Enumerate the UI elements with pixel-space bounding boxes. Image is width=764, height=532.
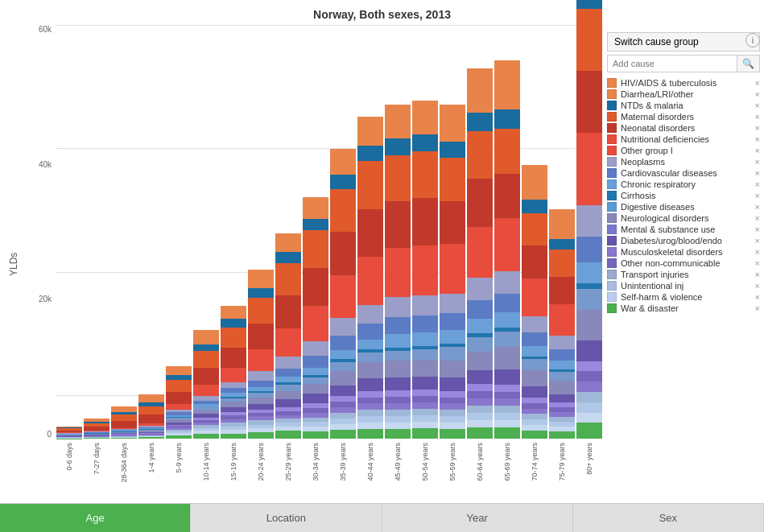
x-label-text: 5-9 years [175, 443, 183, 473]
legend-remove-button[interactable]: × [755, 112, 760, 122]
bar-segment [275, 342, 301, 357]
info-icon[interactable]: i [745, 33, 760, 47]
bar-group [221, 306, 246, 439]
search-icon: 🔍 [742, 58, 754, 69]
bar-segment [549, 336, 575, 349]
bar-segment [303, 431, 328, 439]
legend-item: Chronic respiratory × [607, 179, 760, 190]
bar-segment [248, 361, 274, 371]
legend-remove-button[interactable]: × [755, 89, 760, 99]
legend-remove-button[interactable]: × [755, 191, 760, 200]
bar-segment [385, 105, 411, 122]
bar-segment [494, 332, 520, 347]
bar-segment [467, 68, 493, 94]
bar-segment [576, 361, 602, 372]
bar-segment [494, 91, 520, 110]
x-label-text: 1-4 years [147, 443, 155, 473]
add-cause-input[interactable] [608, 56, 737, 72]
bar-segment [440, 244, 465, 270]
legend-color [607, 89, 617, 99]
tab-sex[interactable]: Sex [573, 504, 764, 532]
bar-segment [412, 390, 438, 396]
bar-segment [467, 227, 493, 253]
bar-segment [412, 315, 438, 332]
legend-color [607, 112, 617, 122]
bar-segment [275, 385, 301, 391]
legend-label: Cardiovascular diseases [621, 168, 753, 178]
bar-segment [412, 151, 438, 199]
legend-label: Other group I [621, 146, 753, 155]
bar-segment [494, 385, 520, 392]
bar-segment [522, 386, 547, 398]
bar-segment [522, 200, 547, 213]
legend-remove-button[interactable]: × [755, 247, 760, 257]
bar-segment [549, 372, 575, 381]
legend-remove-button[interactable]: × [755, 236, 760, 245]
legend-label: NTDs & malaria [621, 101, 753, 110]
x-label: 5-9 years [165, 439, 192, 503]
legend-label: Neoplasms [621, 157, 753, 167]
bar-segment [440, 429, 465, 439]
legend-remove-button[interactable]: × [755, 101, 760, 110]
bar-segment [303, 384, 328, 394]
bar-group [467, 68, 493, 439]
legend-remove-button[interactable]: × [755, 157, 760, 167]
bar-segment [467, 420, 493, 427]
bar-segment [193, 385, 219, 390]
tab-age[interactable]: Age [0, 504, 191, 532]
legend-label: Diarrhea/LRI/other [621, 89, 753, 99]
bar-segment [385, 334, 411, 348]
x-label-text: 7-27 days [93, 443, 101, 475]
bar-segment [412, 245, 438, 273]
legend-remove-button[interactable]: × [755, 146, 760, 155]
bar-group [303, 197, 328, 439]
bar-segment [467, 300, 493, 319]
legend-remove-button[interactable]: × [755, 78, 760, 88]
bar-segment [494, 392, 520, 399]
legend-color [607, 213, 617, 223]
legend-remove-button[interactable]: × [755, 213, 760, 223]
bar-segment [549, 228, 575, 239]
bar-segment [330, 362, 356, 371]
legend-remove-button[interactable]: × [755, 123, 760, 133]
legend-remove-button[interactable]: × [755, 281, 760, 291]
x-label: 20-24 years [247, 439, 275, 503]
add-cause-row: 🔍 [607, 55, 760, 72]
bar-segment [412, 396, 438, 402]
legend-remove-button[interactable]: × [755, 134, 760, 144]
bar-segment [467, 413, 493, 420]
bar-segment [440, 105, 465, 125]
bar-segment [494, 312, 520, 328]
bar-segment [576, 133, 602, 169]
legend-item: Other non-communicable × [607, 258, 760, 269]
bar-segment [412, 422, 438, 428]
bar-segment [357, 305, 383, 324]
legend-remove-button[interactable]: × [755, 168, 760, 178]
x-label-text: 28-364 days [120, 443, 128, 483]
legend-remove-button[interactable]: × [755, 225, 760, 234]
bar-segment [494, 129, 520, 174]
legend-remove-button[interactable]: × [755, 179, 760, 189]
tab-location[interactable]: Location [191, 504, 382, 532]
legend-remove-button[interactable]: × [755, 292, 760, 302]
bar-group [248, 270, 274, 439]
bar-segment [440, 330, 465, 344]
tab-year[interactable]: Year [382, 504, 573, 532]
switch-cause-group-button[interactable]: Switch cause group ▾ [607, 32, 760, 52]
bar-segment [138, 406, 164, 414]
legend-remove-button[interactable]: × [755, 270, 760, 279]
bar-segment [412, 415, 438, 422]
legend-color [607, 78, 617, 88]
search-icon-button[interactable]: 🔍 [737, 56, 759, 72]
x-label-text: 0-6 days [65, 443, 73, 471]
x-label: 70-74 years [521, 439, 548, 503]
bar-segment [275, 295, 301, 328]
legend-item: Neonatal disorders × [607, 122, 760, 134]
bar-segment [385, 390, 411, 397]
bar-group [138, 394, 164, 439]
legend-remove-button[interactable]: × [755, 303, 760, 313]
bar-segment [522, 425, 547, 431]
legend-remove-button[interactable]: × [755, 258, 760, 268]
legend-remove-button[interactable]: × [755, 202, 760, 212]
bar-segment [576, 237, 602, 263]
